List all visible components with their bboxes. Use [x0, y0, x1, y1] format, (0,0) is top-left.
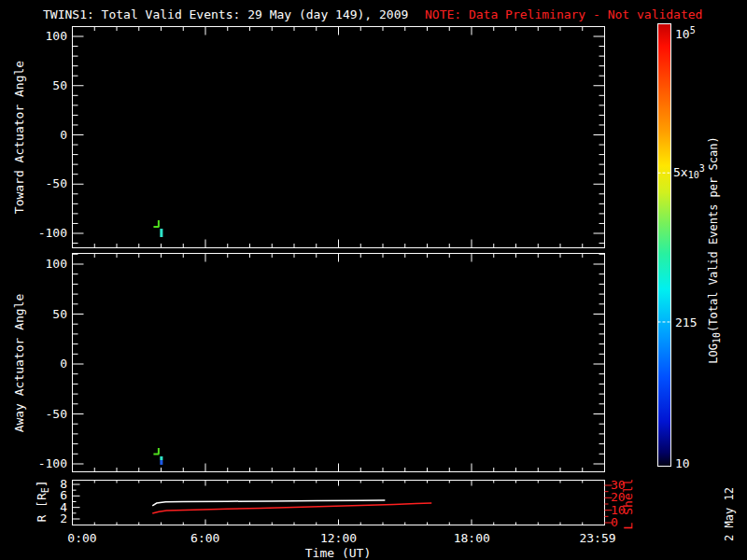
colorbar-axis-label: LOG10(Total Valid Events per Scan) — [707, 136, 721, 363]
colorbar-gradient — [658, 24, 670, 466]
y-tick-label: 100 — [11, 257, 67, 271]
y-tick-label: -50 — [11, 176, 67, 190]
preliminary-note: NOTE: Data Preliminary - Not validated — [425, 7, 702, 21]
scan-mark — [160, 456, 162, 460]
y-tick-label: 100 — [11, 29, 67, 43]
y-tick-label: -100 — [11, 456, 67, 470]
time-axis-title: Time (UT) — [296, 546, 380, 560]
colorbar-5e3-label: 5x103 — [673, 165, 705, 180]
colorbar-min-label: 10 — [675, 456, 690, 470]
y-tick-label: 0 — [11, 357, 67, 371]
panel-box-orbit — [73, 481, 605, 525]
x-tick-label: 18:00 — [430, 531, 514, 545]
scan-mark — [160, 460, 162, 465]
y-tick-label: 0 — [11, 128, 67, 142]
plot-canvas — [0, 0, 747, 560]
colorbar-215-label: 215 — [675, 315, 697, 329]
y-tick-label: 50 — [11, 78, 67, 92]
x-tick-label: 23:59 — [556, 531, 640, 545]
lshell-tick-label: 0 — [611, 515, 639, 529]
panel-box-away — [73, 254, 605, 472]
x-tick-label: 12:00 — [297, 531, 381, 545]
colorbar-max-label: 105 — [675, 27, 696, 42]
y-tick-label: 50 — [11, 307, 67, 321]
x-tick-label: 6:00 — [163, 531, 247, 545]
datestamp: 2 May 12 — [723, 487, 736, 541]
r-tick-label: 2 — [11, 511, 67, 525]
y-tick-label: -50 — [11, 407, 67, 421]
x-tick-label: 0:00 — [40, 531, 124, 545]
y-tick-label: -100 — [11, 226, 67, 240]
panel-box-toward — [73, 27, 605, 248]
scan-mark — [160, 229, 162, 237]
twins-events-plot: TWINS1: Total Valid Events: 29 May (day … — [0, 0, 747, 560]
plot-title: TWINS1: Total Valid Events: 29 May (day … — [43, 7, 408, 21]
